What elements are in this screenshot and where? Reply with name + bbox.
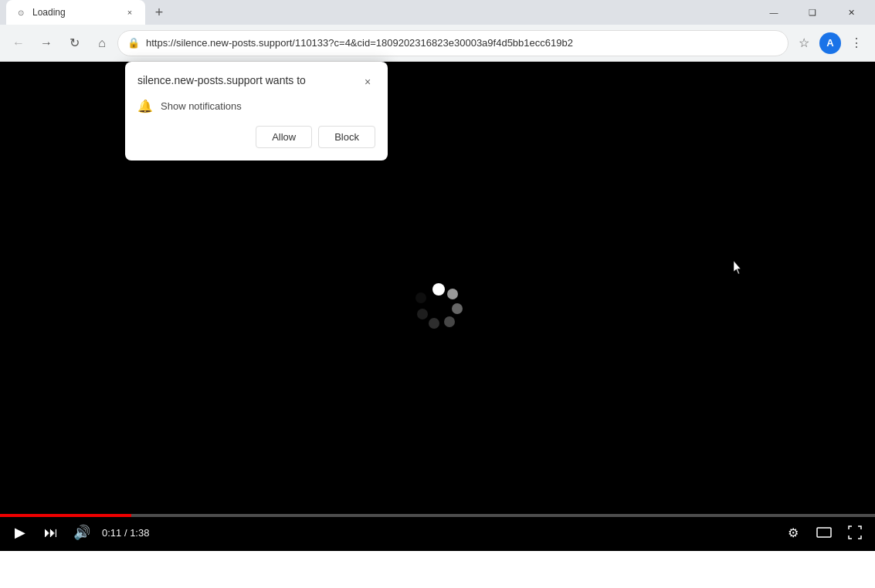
url-text: https://silence.new-posts.support/110133… <box>146 37 778 49</box>
svg-rect-0 <box>817 528 831 537</box>
popup-header: silence.new-posts.support wants to × <box>137 74 375 90</box>
progress-bar-fill <box>0 514 131 517</box>
popup-notification-row: 🔔 Show notifications <box>137 99 375 113</box>
settings-button[interactable]: ⚙ <box>782 522 804 543</box>
popup-close-button[interactable]: × <box>360 74 375 90</box>
block-button[interactable]: Block <box>318 126 375 148</box>
home-button[interactable]: ⌂ <box>90 31 114 56</box>
lock-icon: 🔒 <box>127 37 140 49</box>
theater-button[interactable] <box>813 522 835 543</box>
time-display: 0:11 / 1:38 <box>102 527 149 539</box>
minimize-button[interactable]: — <box>756 0 792 25</box>
nav-bar: ← → ↻ ⌂ 🔒 https://silence.new-posts.supp… <box>0 25 875 62</box>
title-bar: ⊙ Loading × + — ❑ ✕ <box>0 0 875 25</box>
popup-buttons: Allow Block <box>137 126 375 148</box>
forward-button[interactable]: → <box>34 31 59 56</box>
profile-button[interactable]: A <box>819 32 841 54</box>
loading-spinner <box>415 283 461 329</box>
notification-popup: silence.new-posts.support wants to × 🔔 S… <box>125 62 388 161</box>
menu-button[interactable]: ⋮ <box>844 31 869 56</box>
new-tab-button[interactable]: + <box>148 2 170 23</box>
active-tab[interactable]: ⊙ Loading × <box>6 0 145 25</box>
play-button[interactable]: ▶ <box>9 522 31 543</box>
volume-button[interactable]: 🔊 <box>71 522 93 543</box>
skip-button[interactable]: ⏭ <box>40 522 62 543</box>
popup-title: silence.new-posts.support wants to <box>137 74 306 86</box>
tab-favicon: ⊙ <box>15 7 26 18</box>
tab-bar: ⊙ Loading × + <box>6 0 170 25</box>
cursor <box>734 261 743 275</box>
tab-title: Loading <box>32 7 117 18</box>
progress-bar-container[interactable] <box>0 514 875 517</box>
close-button[interactable]: ✕ <box>833 0 869 25</box>
address-bar[interactable]: 🔒 https://silence.new-posts.support/1101… <box>117 30 789 56</box>
tab-close-button[interactable]: × <box>124 6 136 19</box>
video-controls: ▶ ⏭ 🔊 0:11 / 1:38 ⚙ <box>0 514 875 551</box>
window-controls: — ❑ ✕ <box>756 0 869 25</box>
bookmark-button[interactable]: ☆ <box>792 31 816 56</box>
fullscreen-button[interactable] <box>844 522 866 543</box>
page-content: silence.new-posts.support wants to × 🔔 S… <box>0 62 875 551</box>
notification-text: Show notifications <box>161 100 242 112</box>
bell-icon: 🔔 <box>137 99 153 113</box>
allow-button[interactable]: Allow <box>256 126 312 148</box>
reload-button[interactable]: ↻ <box>62 31 86 56</box>
back-button[interactable]: ← <box>6 31 31 56</box>
maximize-button[interactable]: ❑ <box>795 0 830 25</box>
